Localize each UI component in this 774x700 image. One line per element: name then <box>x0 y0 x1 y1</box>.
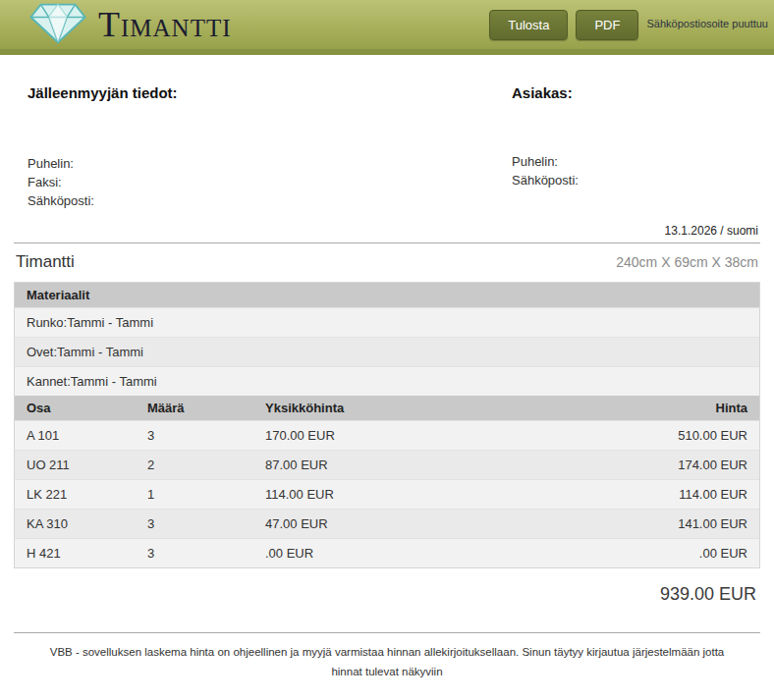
part-unit-price: 87.00 EUR <box>253 451 597 480</box>
customer-email-label: Sähköposti: <box>512 171 760 189</box>
table-row: LK 221 1 114.00 EUR 114.00 EUR <box>15 480 759 510</box>
part-code: H 421 <box>15 539 136 568</box>
table-row: A 101 3 170.00 EUR 510.00 EUR <box>15 421 759 451</box>
part-qty: 3 <box>136 539 253 568</box>
customer-phone-label: Puhelin: <box>512 152 760 171</box>
part-unit-price: .00 EUR <box>253 539 597 568</box>
dealer-heading: Jälleenmyyjän tiedot: <box>28 84 512 101</box>
part-price: 114.00 EUR <box>597 480 759 510</box>
product-row: Timantti 240cm X 69cm X 38cm <box>14 243 760 282</box>
part-qty: 1 <box>136 480 253 510</box>
table-row: H 421 3 .00 EUR .00 EUR <box>15 539 759 568</box>
part-price: 510.00 EUR <box>597 421 759 451</box>
material-row: Ovet:Tammi - Tammi <box>15 337 759 366</box>
dealer-email-label: Sähköposti: <box>28 191 512 210</box>
part-price: 174.00 EUR <box>597 451 759 480</box>
customer-info: Asiakas: Puhelin: Sähköposti: <box>512 84 760 210</box>
material-row: Kannet:Tammi - Tammi <box>15 366 759 396</box>
table-row: KA 310 3 47.00 EUR 141.00 EUR <box>15 510 759 539</box>
product-dimensions: 240cm X 69cm X 38cm <box>616 254 758 270</box>
part-qty: 3 <box>136 510 253 539</box>
diamond-logo-icon <box>28 0 88 49</box>
dealer-phone-label: Puhelin: <box>28 154 512 173</box>
part-price: 141.00 EUR <box>597 510 759 539</box>
total-price: 939.00 EUR <box>14 568 760 624</box>
print-button[interactable]: Tulosta <box>489 10 568 40</box>
product-name: Timantti <box>16 252 75 272</box>
page-footer: VBB - sovelluksen laskema hinta on ohjee… <box>14 632 760 681</box>
col-header-maara: Määrä <box>136 396 253 421</box>
date-locale: 13.1.2026 / suomi <box>14 224 760 238</box>
materials-table: Materiaalit Runko:Tammi - Tammi Ovet:Tam… <box>14 282 760 568</box>
material-row: Runko:Tammi - Tammi <box>15 307 759 337</box>
main-content: Jälleenmyyjän tiedot: Puhelin: Faksi: Sä… <box>0 84 774 681</box>
part-price: .00 EUR <box>597 539 759 568</box>
parts-header-row: Osa Määrä Yksikköhinta Hinta <box>15 396 759 421</box>
part-code: KA 310 <box>15 510 136 539</box>
brand-logo: Timantti <box>28 0 232 49</box>
parts-table: Osa Määrä Yksikköhinta Hinta A 101 3 170… <box>15 396 759 567</box>
customer-heading: Asiakas: <box>512 84 760 101</box>
col-header-osa: Osa <box>15 396 136 421</box>
table-row: UO 211 2 87.00 EUR 174.00 EUR <box>15 451 759 480</box>
dealer-info: Jälleenmyyjän tiedot: Puhelin: Faksi: Sä… <box>14 84 512 210</box>
part-qty: 3 <box>136 421 253 451</box>
info-section: Jälleenmyyjän tiedot: Puhelin: Faksi: Sä… <box>14 84 760 210</box>
disclaimer-text: VBB - sovelluksen laskema hinta on ohjee… <box>14 633 760 681</box>
app-header: Timantti Tulosta PDF Sähköpostiosoite pu… <box>0 0 774 55</box>
pdf-button[interactable]: PDF <box>576 10 638 40</box>
dealer-fax-label: Faksi: <box>28 173 512 191</box>
col-header-yksikkohinta: Yksikköhinta <box>253 396 597 421</box>
email-missing-notice: Sähköpostiosoite puuttuu <box>646 18 768 30</box>
brand-title: Timantti <box>98 7 232 42</box>
part-unit-price: 114.00 EUR <box>253 480 597 510</box>
part-unit-price: 47.00 EUR <box>253 510 597 539</box>
part-code: UO 211 <box>15 451 136 480</box>
part-code: LK 221 <box>15 480 136 510</box>
part-unit-price: 170.00 EUR <box>253 421 597 451</box>
materials-header: Materiaalit <box>15 283 759 307</box>
part-code: A 101 <box>15 421 136 451</box>
part-qty: 2 <box>136 451 253 480</box>
col-header-hinta: Hinta <box>597 396 759 421</box>
